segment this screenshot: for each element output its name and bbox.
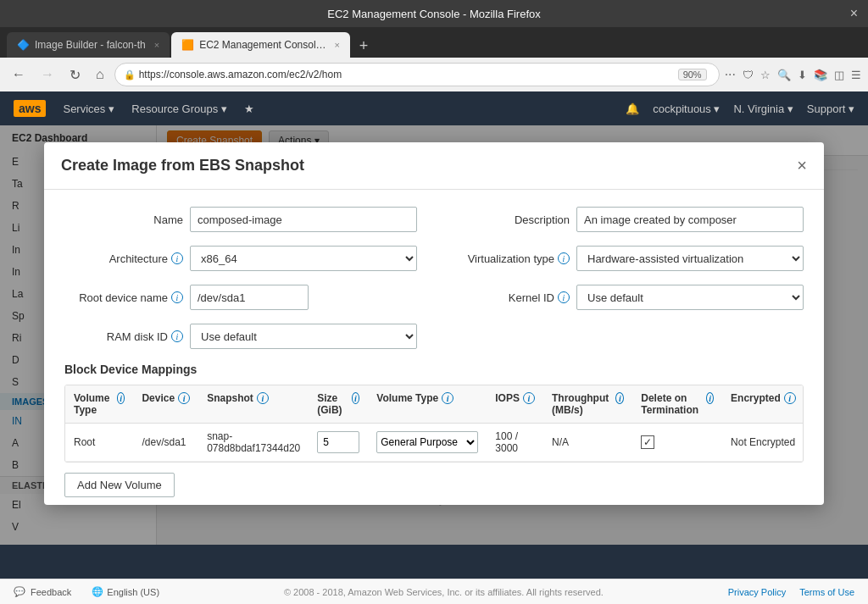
th-snapshot: Snapshot i bbox=[198, 385, 309, 424]
bookmark-icon[interactable]: ☆ bbox=[760, 69, 771, 81]
td-encrypted: Not Encrypted bbox=[722, 424, 804, 462]
th-delete-info[interactable]: i bbox=[706, 392, 714, 404]
copyright-text: © 2008 - 2018, Amazon Web Services, Inc.… bbox=[180, 587, 708, 597]
search-icon[interactable]: 🔍 bbox=[777, 69, 791, 81]
th-size: Size (GiB) i bbox=[309, 385, 368, 424]
tab-ec2-console[interactable]: 🟧 EC2 Management Consol… × bbox=[171, 32, 350, 58]
delete-on-termination-checkbox[interactable]: ✓ bbox=[641, 435, 654, 449]
home-button[interactable]: ⌂ bbox=[91, 64, 109, 86]
virtualization-select[interactable]: Hardware-assisted virtualization Paravir… bbox=[576, 246, 804, 271]
architecture-info-icon[interactable]: i bbox=[171, 252, 183, 264]
td-snapshot: snap-078d8bdaf17344d20 bbox=[198, 424, 309, 462]
back-button[interactable]: ← bbox=[7, 64, 31, 86]
th-vol-type: Volume Type i bbox=[368, 385, 487, 424]
root-device-input[interactable] bbox=[190, 285, 309, 310]
globe-icon: 🌐 bbox=[92, 586, 103, 597]
td-size[interactable] bbox=[309, 424, 368, 462]
sidebar-toggle-icon[interactable]: ◫ bbox=[834, 69, 844, 81]
region-menu[interactable]: N. Virginia ▾ bbox=[733, 103, 793, 115]
kernel-id-label: Kernel ID i bbox=[451, 291, 570, 304]
new-tab-button[interactable]: + bbox=[352, 34, 376, 58]
td-vol-type-select[interactable]: General Purpose Provisioned IOPS Magneti… bbox=[368, 424, 487, 462]
ramdisk-label: RAM disk ID i bbox=[64, 330, 183, 343]
ramdisk-group: RAM disk ID i Use default bbox=[64, 324, 417, 349]
ramdisk-row: RAM disk ID i Use default bbox=[64, 324, 804, 349]
th-iops: IOPS i bbox=[487, 385, 543, 424]
aws-navbar: aws Services ▾ Resource Groups ▾ ★ 🔔 coc… bbox=[0, 91, 868, 125]
browser-titlebar: EC2 Management Console - Mozilla Firefox… bbox=[0, 0, 868, 27]
modal-title: Create Image from EBS Snapshot bbox=[61, 157, 304, 175]
kernel-id-select[interactable]: Use default bbox=[576, 285, 804, 310]
download-icon[interactable]: ⬇ bbox=[798, 69, 807, 81]
ramdisk-select[interactable]: Use default bbox=[190, 324, 417, 349]
architecture-group: Architecture i x86_64 i386 arm64 bbox=[64, 246, 417, 271]
size-input[interactable] bbox=[317, 431, 359, 453]
th-volume-type: Volume Type i bbox=[65, 385, 133, 424]
ramdisk-info-icon[interactable]: i bbox=[171, 330, 183, 342]
th-volume-type-info[interactable]: i bbox=[117, 392, 125, 404]
aws-logo: aws bbox=[14, 100, 46, 117]
feedback-icon: 💬 bbox=[14, 586, 25, 597]
resource-groups-label: Resource Groups bbox=[131, 103, 218, 115]
resource-groups-nav-link[interactable]: Resource Groups ▾ bbox=[131, 103, 227, 115]
security-lock-icon: 🔒 bbox=[124, 69, 136, 80]
resource-groups-chevron-icon: ▾ bbox=[221, 103, 227, 115]
menu-icon[interactable]: ☰ bbox=[851, 69, 861, 81]
th-vol-type-info[interactable]: i bbox=[442, 392, 453, 404]
more-options-icon[interactable]: ··· bbox=[725, 67, 736, 82]
th-throughput: Throughput (MB/s) i bbox=[543, 385, 632, 424]
architecture-select[interactable]: x86_64 i386 arm64 bbox=[190, 246, 417, 271]
refresh-button[interactable]: ↻ bbox=[64, 64, 86, 86]
support-menu[interactable]: Support ▾ bbox=[807, 103, 854, 115]
feedback-button[interactable]: 💬 Feedback bbox=[14, 586, 71, 597]
services-label: Services bbox=[63, 103, 105, 115]
tab-image-builder[interactable]: 🔷 Image Builder - falcon-th × bbox=[7, 32, 170, 58]
kernel-id-info-icon[interactable]: i bbox=[558, 291, 570, 303]
modal-overlay: Create Image from EBS Snapshot × Name De… bbox=[0, 125, 868, 545]
th-encrypted-info[interactable]: i bbox=[784, 392, 796, 404]
th-iops-info[interactable]: i bbox=[523, 392, 535, 404]
user-menu[interactable]: cockpituous ▾ bbox=[653, 103, 720, 115]
add-new-volume-button[interactable]: Add New Volume bbox=[64, 473, 175, 497]
language-selector[interactable]: 🌐 English (US) bbox=[92, 586, 159, 597]
td-throughput: N/A bbox=[543, 424, 632, 462]
th-snapshot-info[interactable]: i bbox=[257, 392, 269, 404]
name-label: Name bbox=[64, 213, 183, 226]
virtualization-info-icon[interactable]: i bbox=[558, 252, 570, 264]
th-device-info[interactable]: i bbox=[178, 392, 190, 404]
browser-close-button[interactable]: × bbox=[850, 6, 858, 21]
services-nav-link[interactable]: Services ▾ bbox=[63, 103, 114, 115]
modal-close-button[interactable]: × bbox=[797, 156, 807, 175]
terms-of-use-link[interactable]: Terms of Use bbox=[799, 587, 854, 597]
favorites-star-icon[interactable]: ★ bbox=[244, 103, 254, 115]
forward-button[interactable]: → bbox=[36, 64, 59, 86]
block-device-table-wrapper: Volume Type i Device i Snapshot i Size (… bbox=[64, 385, 804, 463]
browser-tabs: 🔷 Image Builder - falcon-th × 🟧 EC2 Mana… bbox=[0, 27, 868, 58]
name-input[interactable] bbox=[190, 207, 417, 232]
shield-icon: 🛡 bbox=[743, 69, 754, 81]
th-size-info[interactable]: i bbox=[352, 392, 360, 404]
star-icon: ★ bbox=[244, 103, 254, 115]
th-throughput-info[interactable]: i bbox=[615, 392, 624, 404]
tab-close-2[interactable]: × bbox=[335, 40, 340, 50]
th-delete-on-term: Delete on Termination i bbox=[632, 385, 722, 424]
create-image-modal: Create Image from EBS Snapshot × Name De… bbox=[44, 142, 824, 505]
root-device-info-icon[interactable]: i bbox=[171, 291, 183, 303]
name-description-row: Name Description bbox=[64, 207, 804, 232]
description-input[interactable] bbox=[576, 207, 804, 232]
privacy-policy-link[interactable]: Privacy Policy bbox=[728, 587, 786, 597]
td-iops: 100 / 3000 bbox=[487, 424, 543, 462]
description-group: Description bbox=[451, 207, 804, 232]
volume-type-select[interactable]: General Purpose Provisioned IOPS Magneti… bbox=[376, 431, 478, 453]
address-bar[interactable]: 🔒 https://console.aws.amazon.com/ec2/v2/… bbox=[114, 63, 720, 86]
tab-label-2: EC2 Management Consol… bbox=[199, 39, 326, 51]
th-encrypted: Encrypted i bbox=[722, 385, 804, 424]
td-delete-on-term[interactable]: ✓ bbox=[632, 424, 722, 462]
bell-icon[interactable]: 🔔 bbox=[626, 103, 639, 115]
description-label: Description bbox=[451, 213, 570, 226]
bottom-bar: 💬 Feedback 🌐 English (US) © 2008 - 2018,… bbox=[0, 579, 868, 604]
language-label: English (US) bbox=[107, 587, 159, 597]
tab-close-1[interactable]: × bbox=[154, 40, 159, 50]
url-text: https://console.aws.amazon.com/ec2/v2/ho… bbox=[139, 69, 675, 80]
bookmarks-icon[interactable]: 📚 bbox=[814, 69, 827, 81]
